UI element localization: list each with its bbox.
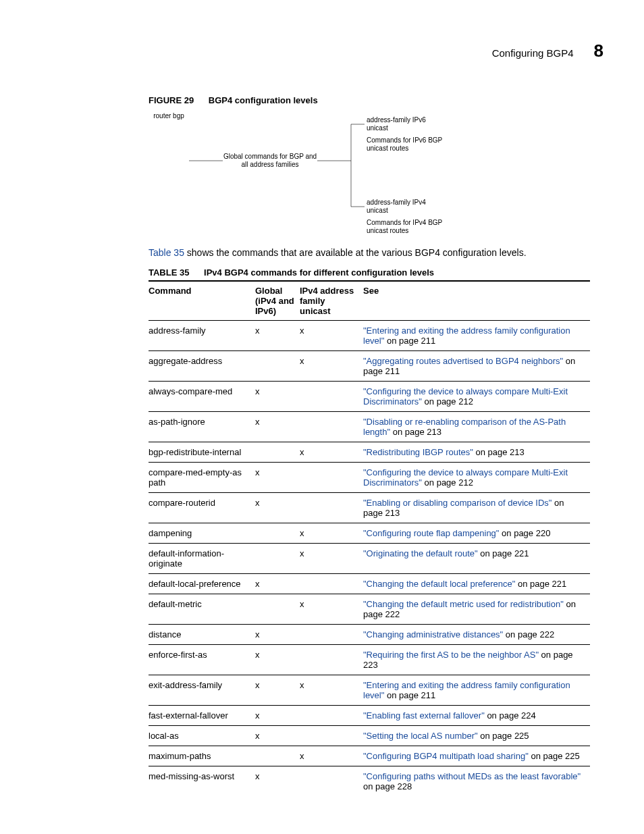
cell-global: x (255, 706, 300, 726)
col-ipv4: IPv4 address family unicast (300, 281, 363, 321)
cell-global (255, 544, 300, 574)
see-link[interactable]: "Setting the local AS number" (363, 731, 478, 741)
table-row: aggregate-addressx"Aggregating routes ad… (149, 351, 590, 382)
header-chapter: 8 (594, 41, 603, 61)
cell-ipv4 (300, 706, 363, 726)
cell-command: default-metric (149, 594, 255, 625)
cell-ipv4 (300, 493, 363, 523)
diagram-cmd4-label: Commands for IPv4 BGP unicast routes (367, 219, 454, 235)
diagram-global-label: Global commands for BGP and all address … (223, 153, 317, 169)
cell-global: x (255, 382, 300, 412)
diagram-af6-label: address-family IPv6 unicast (367, 116, 448, 132)
intro-text: shows the commands that are available at… (184, 247, 527, 258)
cell-global (255, 594, 300, 625)
see-link[interactable]: "Requiring the first AS to be the neighb… (363, 650, 539, 660)
cell-ipv4 (300, 412, 363, 442)
cell-command: fast-external-fallover (149, 706, 255, 726)
table-title: IPv4 BGP4 commands for different configu… (204, 267, 434, 278)
cell-see: "Enabling fast external fallover" on pag… (363, 706, 590, 726)
cell-ipv4: x (300, 523, 363, 544)
diagram-af4-label: address-family IPv4 unicast (367, 199, 448, 215)
page-header: Configuring BGP4 8 (41, 41, 603, 61)
table-row: as-path-ignorex"Disabling or re-enabling… (149, 412, 590, 442)
figure-label: FIGURE 29 (149, 95, 194, 105)
cell-see: "Configuring the device to always compar… (363, 463, 590, 493)
cell-command: compare-routerid (149, 493, 255, 523)
see-link[interactable]: "Enabling fast external fallover" (363, 710, 485, 721)
table-row: default-metricx"Changing the default met… (149, 594, 590, 625)
cell-global (255, 746, 300, 766)
cell-ipv4: x (300, 442, 363, 463)
cell-global: x (255, 463, 300, 493)
cell-ipv4 (300, 625, 363, 645)
see-link[interactable]: "Redistributing IBGP routes" (363, 447, 473, 457)
table-row: fast-external-falloverx"Enabling fast ex… (149, 706, 590, 726)
cell-global: x (255, 675, 300, 706)
diagram-cmd6-label: Commands for IPv6 BGP unicast routes (367, 136, 454, 153)
figure-text: BGP4 configuration levels (209, 95, 318, 105)
table-row: bgp-redistribute-internalx"Redistributin… (149, 442, 590, 463)
cell-global: x (255, 645, 300, 675)
see-suffix: on page 224 (485, 710, 536, 721)
table-row: always-compare-medx"Configuring the devi… (149, 382, 590, 412)
cell-see: "Configuring BGP4 multipath load sharing… (363, 746, 590, 766)
cell-command: aggregate-address (149, 351, 255, 382)
cell-command: dampening (149, 523, 255, 544)
cell-command: bgp-redistribute-internal (149, 442, 255, 463)
cell-global (255, 442, 300, 463)
cell-command: as-path-ignore (149, 412, 255, 442)
table-label: TABLE 35 (149, 267, 189, 278)
cell-see: "Redistributing IBGP routes" on page 213 (363, 442, 590, 463)
cell-global: x (255, 574, 300, 594)
see-suffix: on page 228 (363, 781, 412, 791)
see-link[interactable]: "Changing the default metric used for re… (363, 599, 564, 609)
cell-command: enforce-first-as (149, 645, 255, 675)
table-caption: TABLE 35 IPv4 BGP4 commands for differen… (149, 267, 603, 278)
cell-global: x (255, 726, 300, 746)
table-row: default-local-preferencex"Changing the d… (149, 574, 590, 594)
table-row: address-familyxx"Entering and exiting th… (149, 321, 590, 351)
cell-ipv4: x (300, 746, 363, 766)
diagram-router-label: router bgp (149, 112, 189, 120)
see-link[interactable]: "Enabling or disabling comparison of dev… (363, 498, 552, 508)
see-suffix: on page 212 (422, 477, 473, 488)
col-global: Global (iPv4 and IPv6) (255, 281, 300, 321)
col-see: See (363, 281, 590, 321)
cell-see: "Requiring the first AS to be the neighb… (363, 645, 590, 675)
see-suffix: on page 212 (422, 396, 473, 407)
cell-command: maximum-paths (149, 746, 255, 766)
see-suffix: on page 211 (384, 690, 435, 700)
see-link[interactable]: "Configuring BGP4 multipath load sharing… (363, 751, 529, 761)
cell-command: compare-med-empty-as path (149, 463, 255, 493)
see-link[interactable]: "Aggregating routes advertised to BGP4 n… (363, 356, 563, 366)
see-suffix: on page 225 (478, 731, 529, 741)
see-link[interactable]: "Configuring paths without MEDs as the l… (363, 771, 581, 781)
table-row: distancex"Changing administrative distan… (149, 625, 590, 645)
table-row: default-information-originatex"Originati… (149, 544, 590, 574)
figure-caption: FIGURE 29 BGP4 configuration levels (149, 95, 603, 105)
cell-command: local-as (149, 726, 255, 746)
see-suffix: on page 221 (515, 579, 566, 589)
cell-ipv4: x (300, 544, 363, 574)
cell-see: "Aggregating routes advertised to BGP4 n… (363, 351, 590, 382)
table-35-link[interactable]: Table 35 (149, 247, 184, 258)
see-suffix: on page 222 (503, 629, 554, 640)
see-link[interactable]: "Changing the default local preference" (363, 579, 515, 589)
see-link[interactable]: "Originating the default route" (363, 548, 478, 558)
cell-global (255, 523, 300, 544)
cell-command: distance (149, 625, 255, 645)
table-row: compare-routeridx"Enabling or disabling … (149, 493, 590, 523)
cell-see: "Configuring route flap dampening" on pa… (363, 523, 590, 544)
header-title: Configuring BGP4 (492, 47, 574, 59)
see-link[interactable]: "Configuring route flap dampening" (363, 528, 499, 538)
cell-see: "Setting the local AS number" on page 22… (363, 726, 590, 746)
cell-ipv4 (300, 726, 363, 746)
table-row: maximum-pathsx"Configuring BGP4 multipat… (149, 746, 590, 766)
cell-ipv4 (300, 766, 363, 797)
cell-ipv4: x (300, 594, 363, 625)
see-suffix: on page 213 (473, 447, 525, 457)
see-link[interactable]: "Changing administrative distances" (363, 629, 503, 640)
cell-see: "Entering and exiting the address family… (363, 321, 590, 351)
cell-ipv4 (300, 382, 363, 412)
see-suffix: on page 220 (499, 528, 550, 538)
